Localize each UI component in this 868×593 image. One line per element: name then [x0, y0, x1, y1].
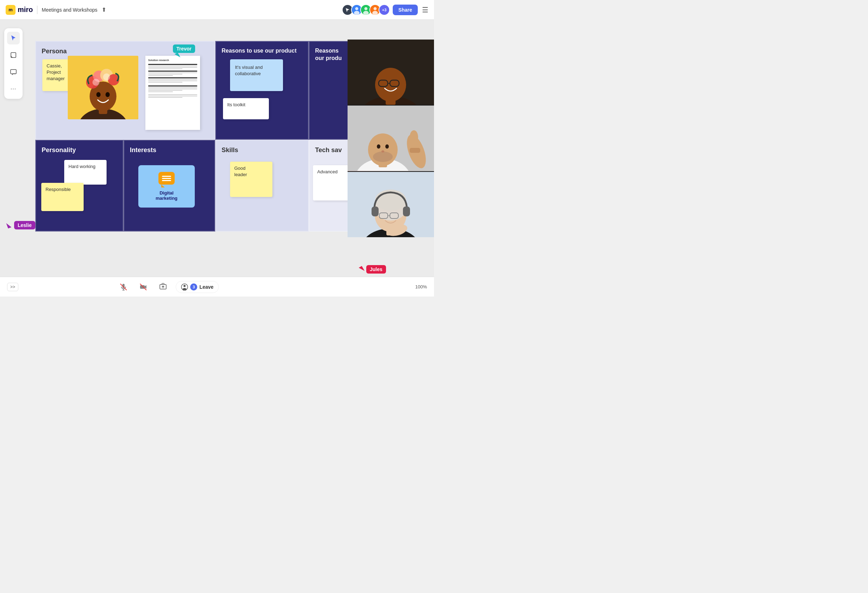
svg-rect-50 — [372, 207, 379, 216]
interests-header: Interests — [130, 146, 209, 154]
topbar-divider — [37, 6, 37, 14]
zoom-level: 100% — [415, 284, 427, 290]
svg-point-5 — [363, 10, 369, 15]
svg-point-36 — [373, 151, 393, 162]
interests-cell: Interests Digital marketing — [124, 140, 215, 232]
svg-point-65 — [183, 288, 187, 290]
expand-panels-button[interactable]: >> — [7, 283, 18, 291]
canvas-area[interactable]: Trevor Leslie Jules Persona Cassie, Proj… — [0, 20, 434, 277]
reasons-header: Reasons to use our product — [221, 47, 303, 55]
cursor-jules: Jules — [360, 265, 386, 274]
video-panel — [348, 40, 434, 237]
persona-document: Solution research — [145, 56, 200, 130]
avatar-more-count[interactable]: +3 — [379, 4, 390, 16]
leave-button[interactable]: 3 Leave — [176, 281, 219, 293]
responsible-sticky[interactable]: Responsible — [41, 183, 84, 211]
bottombar-left: >> — [7, 283, 18, 291]
more-tools[interactable]: ··· — [7, 83, 20, 95]
cursor-trevor: Trevor — [173, 44, 195, 59]
svg-rect-51 — [403, 207, 410, 216]
hardworking-sticky[interactable]: Hard working — [64, 160, 106, 185]
menu-icon[interactable]: ☰ — [422, 6, 428, 14]
miro-logo: m miro — [6, 5, 33, 15]
cursor-leslie: Leslie — [7, 221, 35, 229]
topbar-right: +3 Share ☰ — [342, 4, 428, 16]
board: Persona Cassie, Project manager — [35, 41, 367, 232]
svg-point-15 — [96, 92, 100, 97]
skills-cell: Skills Good leader — [215, 140, 309, 232]
svg-rect-10 — [10, 70, 16, 74]
share-screen-button[interactable] — [156, 280, 170, 294]
cursor-tool[interactable] — [7, 32, 20, 44]
camera-muted-button[interactable] — [136, 280, 150, 294]
avatar-group: +3 — [342, 4, 390, 16]
board-bottom-row: Personality Hard working Responsible Int… — [35, 140, 367, 232]
svg-point-8 — [372, 10, 378, 15]
video-feed-3 — [348, 172, 434, 237]
good-leader-sticky[interactable]: Good leader — [230, 162, 272, 197]
skills-header: Skills — [221, 146, 303, 154]
comment-tool[interactable] — [7, 66, 20, 78]
topbar: m miro Meetings and Workshops ⬆ +3 Share… — [0, 0, 434, 20]
digital-marketing-label: Digital marketing — [156, 190, 177, 201]
svg-point-41 — [410, 130, 418, 144]
share-button[interactable]: Share — [393, 4, 418, 15]
visual-collaborative-sticky[interactable]: It's visual and collaborative — [230, 59, 283, 91]
svg-point-4 — [365, 7, 368, 10]
svg-point-38 — [385, 144, 389, 149]
toolkit-sticky[interactable]: Its toolkit — [223, 98, 269, 119]
video-feed-2 — [348, 105, 434, 171]
upload-icon[interactable]: ⬆ — [102, 6, 106, 13]
persona-image — [68, 56, 138, 119]
svg-point-16 — [105, 92, 110, 97]
board-top-row: Persona Cassie, Project manager — [35, 41, 367, 140]
reasons-cell: Reasons to use our product It's visual a… — [215, 41, 309, 140]
digital-marketing-card[interactable]: Digital marketing — [138, 165, 195, 207]
bottombar-center: 3 Leave — [117, 280, 219, 294]
miro-wordmark: miro — [18, 6, 33, 14]
cursor-label-trevor: Trevor — [173, 44, 195, 53]
cursor-label-leslie: Leslie — [14, 221, 35, 229]
bottombar: >> — [0, 277, 434, 297]
svg-point-2 — [354, 10, 360, 15]
svg-point-1 — [355, 7, 359, 10]
svg-point-37 — [377, 144, 380, 149]
personality-header: Personality — [41, 146, 117, 154]
svg-point-22 — [103, 73, 110, 80]
board-title: Meetings and Workshops — [41, 7, 97, 13]
svg-point-64 — [183, 285, 186, 287]
personality-cell: Personality Hard working Responsible — [35, 140, 124, 232]
microphone-muted-button[interactable] — [117, 280, 131, 294]
svg-point-21 — [93, 79, 99, 86]
cursor-label-jules: Jules — [366, 265, 386, 274]
svg-point-39 — [381, 150, 384, 152]
video-feed-1 — [348, 40, 434, 105]
participant-count: 3 — [190, 284, 197, 290]
leave-label: Leave — [199, 284, 214, 290]
svg-rect-43 — [410, 148, 420, 153]
sticky-note-tool[interactable] — [7, 49, 20, 61]
svg-point-27 — [375, 68, 406, 102]
miro-logo-box: m — [6, 5, 16, 15]
left-sidebar: ··· — [4, 28, 22, 99]
svg-point-7 — [373, 7, 377, 10]
